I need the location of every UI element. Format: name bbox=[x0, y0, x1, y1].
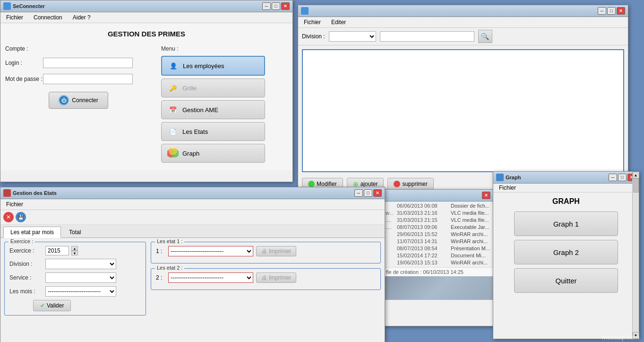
motdepasse-label: Mot de passe : bbox=[5, 76, 43, 82]
quitter-button[interactable]: Quitter bbox=[514, 268, 618, 293]
list-item: .... 08/07/2013 09:06 Executable Jar... bbox=[384, 224, 492, 231]
imprimer1-button[interactable]: 🖨 Imprimer bbox=[256, 246, 296, 256]
printer2-icon: 🖨 bbox=[261, 274, 267, 281]
division-select[interactable] bbox=[329, 31, 376, 42]
graph-icon bbox=[167, 148, 179, 159]
tab-total[interactable]: Total bbox=[62, 227, 88, 237]
etats-info-icon-btn[interactable]: 💾 bbox=[16, 212, 26, 222]
minimize-button[interactable]: ─ bbox=[262, 2, 271, 10]
tabs-row: Les etat par mois Total bbox=[0, 225, 385, 238]
thumbnail-image bbox=[383, 276, 493, 300]
exercice-spinner: ▲ ▼ bbox=[71, 246, 78, 255]
etat2-row: 2 : ---------------------------- 🖨 Impri… bbox=[156, 272, 376, 283]
menu-btn-les-etats[interactable]: 📄 Les Etats bbox=[161, 122, 265, 141]
etats-menu-fichier[interactable]: Fichier bbox=[3, 200, 26, 209]
seconnecter-title: SeConnecter bbox=[3, 2, 45, 10]
calendar-icon: 📅 bbox=[167, 104, 179, 115]
printer-icon: 🖨 bbox=[261, 248, 267, 254]
etat1-row: 1 : ---------------------------- 🖨 Impri… bbox=[156, 246, 376, 256]
graph-menu-fichier[interactable]: Fichier bbox=[496, 184, 519, 192]
modifier-icon bbox=[308, 181, 315, 187]
main-menubar: Fichier Editer bbox=[298, 17, 628, 28]
etats-body: Exercice : Exercice : ▲ ▼ Division : Ser… bbox=[0, 238, 385, 324]
main-menu-editer[interactable]: Editer bbox=[328, 18, 349, 26]
etats-menubar: Fichier bbox=[0, 199, 385, 210]
exercice-field-row: Exercice : ▲ ▼ bbox=[9, 246, 141, 255]
tab-etat-par-mois[interactable]: Les etat par mois bbox=[3, 227, 61, 238]
login-label: Login : bbox=[5, 60, 43, 66]
valider-button[interactable]: ✔ Valider bbox=[33, 300, 71, 311]
graph1-button[interactable]: Graph 1 bbox=[514, 211, 618, 236]
etats-titlebar: Gestion des Etats ─ □ ✕ bbox=[0, 187, 385, 199]
graph-minimize-button[interactable]: ─ bbox=[609, 174, 617, 181]
search-input[interactable] bbox=[380, 31, 474, 42]
etat2-num: 2 : bbox=[156, 274, 165, 281]
file-thumbnail bbox=[383, 276, 493, 300]
graph-menubar: Fichier bbox=[493, 184, 639, 193]
menu-btn-grille[interactable]: 🔑 Grille bbox=[161, 79, 265, 97]
graph-title: Graph bbox=[496, 174, 521, 181]
exercice-input[interactable] bbox=[45, 246, 69, 255]
graph-titlebar: Graph ─ □ ✕ bbox=[493, 172, 639, 184]
files-close-button[interactable]: ✕ bbox=[482, 192, 490, 199]
les-etat1-group: Les etat 1 : 1 : -----------------------… bbox=[151, 242, 381, 263]
list-item: 15/02/2014 17:22 Document Mi... bbox=[384, 252, 492, 259]
scroll-up[interactable]: ▲ bbox=[633, 172, 639, 178]
menu-btn-gestion-ame[interactable]: 📅 Gestion AME bbox=[161, 100, 265, 119]
files-titlebar: ✕ bbox=[383, 190, 493, 202]
maximize-button[interactable]: □ bbox=[272, 2, 280, 10]
list-item: 19/06/2013 15:13 WinRAR archi... bbox=[384, 259, 492, 266]
division-label: Division : bbox=[9, 261, 43, 267]
main-app-icon bbox=[301, 7, 309, 15]
list-item: w... 31/03/2013 21:16 VLC media file... bbox=[384, 210, 492, 217]
division-label: Division : bbox=[302, 33, 325, 40]
list-item: 06/06/2013 06:08 Dossier de fich... bbox=[384, 202, 492, 210]
list-item: 29/06/2013 15:52 WinRAR archi... bbox=[384, 231, 492, 238]
etats-close-icon-btn[interactable]: ✕ bbox=[3, 212, 14, 222]
file-list: 06/06/2013 06:08 Dossier de fich... w...… bbox=[383, 202, 493, 267]
password-input[interactable] bbox=[43, 74, 133, 84]
service-field-row: Service : bbox=[9, 272, 141, 283]
etat2-select[interactable]: ---------------------------- bbox=[168, 272, 253, 283]
etats-minimize-button[interactable]: ─ bbox=[354, 189, 363, 197]
imprimer2-button[interactable]: 🖨 Imprimer bbox=[256, 272, 296, 283]
etats-toolbar: ✕ 💾 bbox=[0, 210, 385, 225]
scroll-thumb[interactable] bbox=[633, 178, 639, 193]
division-select[interactable] bbox=[45, 259, 116, 269]
key-icon: 🔑 bbox=[167, 82, 179, 94]
close-button[interactable]: ✕ bbox=[281, 2, 290, 10]
exercice-label: Exercice : bbox=[9, 247, 43, 254]
app-icon bbox=[3, 2, 11, 10]
pdf-icon: 📄 bbox=[167, 126, 179, 137]
etats-maximize-button[interactable]: □ bbox=[364, 189, 372, 197]
les-mois-select[interactable]: ---------------------------- bbox=[45, 286, 116, 297]
main-minimize-button[interactable]: ─ bbox=[598, 7, 606, 15]
search-button[interactable]: 🔍 bbox=[478, 30, 492, 43]
main-maximize-button[interactable]: □ bbox=[607, 7, 616, 15]
etat1-select[interactable]: ---------------------------- bbox=[168, 246, 253, 256]
connecter-button[interactable]: ⏻ Connecter bbox=[49, 92, 108, 109]
seconnecter-menubar: Fichier Connection Aider ? bbox=[0, 12, 292, 23]
graph2-button[interactable]: Graph 2 bbox=[514, 240, 618, 264]
graph-scrollbar[interactable]: ▲ ▼ bbox=[632, 172, 639, 339]
graph-maximize-button[interactable]: □ bbox=[618, 174, 627, 181]
menu-fichier[interactable]: Fichier bbox=[3, 13, 26, 22]
menu-connection[interactable]: Connection bbox=[31, 13, 65, 22]
les-etat1-title: Les etat 1 : bbox=[155, 238, 184, 244]
spin-up-button[interactable]: ▲ bbox=[71, 246, 78, 251]
main-menu-fichier[interactable]: Fichier bbox=[301, 18, 324, 26]
supprimer-button[interactable]: supprimer bbox=[387, 178, 433, 190]
etats-controls: ─ □ ✕ bbox=[354, 189, 382, 197]
main-close-button[interactable]: ✕ bbox=[617, 7, 625, 15]
menu-btn-graph[interactable]: Graph bbox=[161, 144, 265, 163]
files-window: ✕ 06/06/2013 06:08 Dossier de fich... w.… bbox=[383, 189, 494, 326]
menu-btn-employees[interactable]: 👤 Les employées bbox=[161, 56, 265, 76]
etats-window: Gestion des Etats ─ □ ✕ Fichier ✕ 💾 Les … bbox=[0, 187, 385, 342]
les-mois-label: Les mois : bbox=[9, 288, 43, 295]
spin-down-button[interactable]: ▼ bbox=[71, 251, 78, 255]
etats-close-button[interactable]: ✕ bbox=[373, 189, 382, 197]
compte-row: Compte : bbox=[5, 45, 152, 52]
menu-aider[interactable]: Aider ? bbox=[70, 13, 94, 22]
login-input[interactable] bbox=[43, 58, 133, 68]
service-select[interactable] bbox=[45, 272, 116, 283]
